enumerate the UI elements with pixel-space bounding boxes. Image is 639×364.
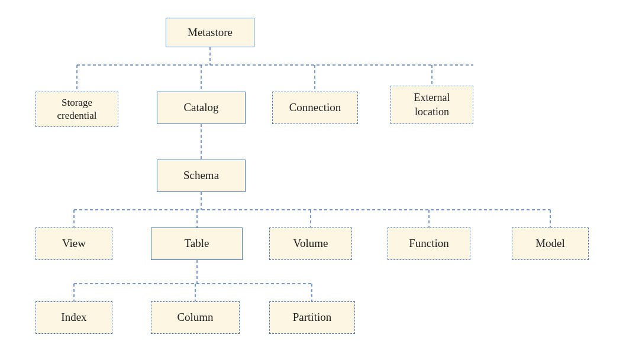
node-column: Column xyxy=(151,301,240,334)
node-function: Function xyxy=(388,228,470,260)
node-connection: Connection xyxy=(272,92,358,124)
node-view: View xyxy=(36,228,112,260)
node-schema: Schema xyxy=(157,160,246,192)
node-table: Table xyxy=(151,228,243,260)
node-metastore: Metastore xyxy=(166,18,254,47)
node-index: Index xyxy=(36,301,112,334)
node-catalog: Catalog xyxy=(157,92,246,124)
node-partition: Partition xyxy=(269,301,355,334)
node-storage-credential: Storagecredential xyxy=(36,92,118,127)
diagram: Metastore Storagecredential Catalog Conn… xyxy=(0,0,639,364)
node-volume: Volume xyxy=(269,228,352,260)
node-external-location: Externallocation xyxy=(390,86,473,124)
node-model: Model xyxy=(512,228,589,260)
